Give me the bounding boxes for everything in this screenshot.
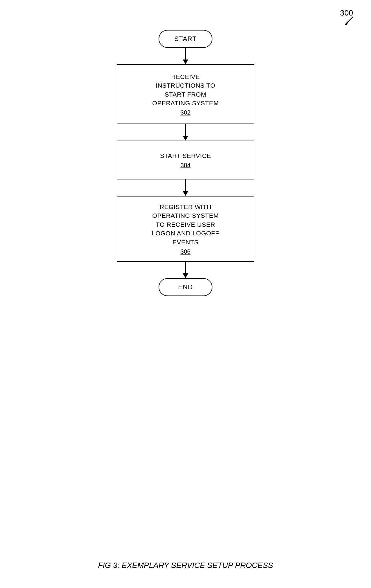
start-terminal: START	[159, 30, 212, 48]
box-306-ref: 306	[180, 248, 190, 255]
caption-text: FIG 3: EXEMPLARY SERVICE SETUP PROCESS	[98, 561, 273, 570]
end-terminal: END	[159, 278, 212, 296]
box-306-text: REGISTER WITHOPERATING SYSTEMTO RECEIVE …	[152, 202, 219, 246]
arrow-head-3	[183, 191, 188, 196]
box-304-ref: 304	[180, 162, 190, 169]
box-302: RECEIVEINSTRUCTIONS TOSTART FROMOPERATIN…	[117, 64, 254, 124]
box-302-text: RECEIVEINSTRUCTIONS TOSTART FROMOPERATIN…	[152, 72, 219, 108]
box-306: REGISTER WITHOPERATING SYSTEMTO RECEIVE …	[117, 196, 254, 262]
diagram-container: 300 START RECEIVEINSTRUCTIONS TOSTART FR…	[0, 0, 371, 588]
figure-caption: FIG 3: EXEMPLARY SERVICE SETUP PROCESS	[0, 561, 371, 570]
arrow-line-2	[185, 124, 186, 136]
arrow-1	[183, 48, 188, 64]
flowchart: START RECEIVEINSTRUCTIONS TOSTART FROMOP…	[117, 30, 254, 296]
figure-number-arrow-icon	[345, 14, 355, 25]
arrow-line-1	[185, 48, 186, 60]
arrow-3	[183, 179, 188, 196]
arrow-2	[183, 124, 188, 141]
arrow-line-4	[185, 262, 186, 273]
arrow-head-4	[183, 273, 188, 278]
start-label: START	[174, 35, 197, 43]
box-302-ref: 302	[180, 109, 190, 116]
arrow-line-3	[185, 179, 186, 191]
arrow-4	[183, 262, 188, 278]
box-304: START SERVICE 304	[117, 141, 254, 179]
end-label: END	[178, 283, 193, 291]
box-304-text: START SERVICE	[160, 151, 211, 160]
arrow-head-1	[183, 60, 188, 64]
arrow-head-2	[183, 136, 188, 141]
